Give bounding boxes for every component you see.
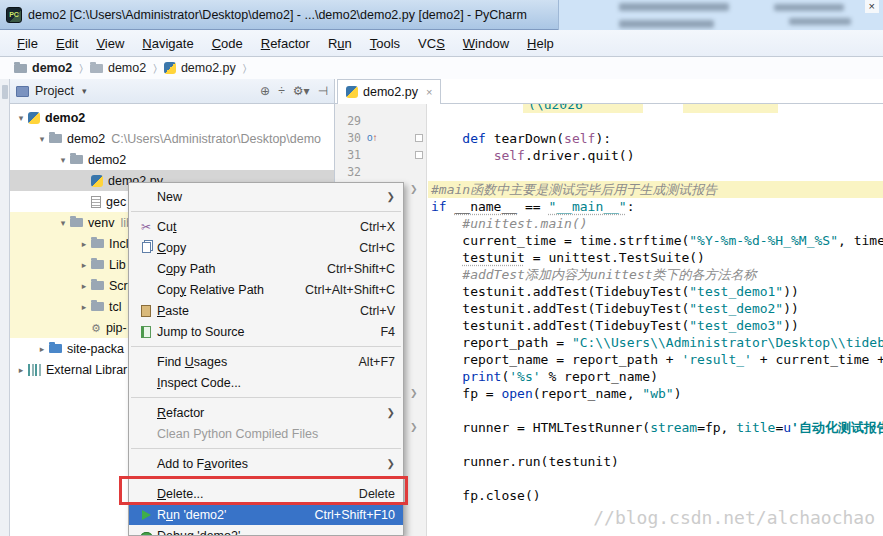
menu-item-jump-to-source[interactable]: Jump to SourceF4: [129, 321, 403, 342]
line-number: 29: [335, 114, 361, 128]
close-icon[interactable]: ×: [865, 0, 879, 13]
tab-close-icon[interactable]: ×: [426, 86, 432, 98]
chevron-right-icon[interactable]: ▸: [35, 344, 49, 354]
menu-separator: [131, 397, 401, 398]
menu-item-shortcut: Ctrl+C: [359, 241, 395, 255]
code-line: [428, 402, 883, 419]
breadcrumb-item-2[interactable]: demo2.py: [164, 61, 236, 75]
chevron-right-icon[interactable]: ▸: [14, 365, 28, 375]
menubar-item-view[interactable]: View: [87, 33, 133, 54]
menu-item-shortcut: F4: [380, 325, 395, 339]
tree-item-label: Incl: [109, 237, 128, 251]
menu-item-paste[interactable]: PasteCtrl+V: [129, 300, 403, 321]
code-line: report_name = report_path + 'result_' + …: [428, 351, 883, 368]
copy-icon: [135, 242, 157, 253]
folder-icon: [70, 155, 83, 164]
menu-item-label: Cut: [157, 220, 176, 234]
breadcrumb-item-1[interactable]: demo2: [90, 61, 146, 75]
menu-item-label: Find Usages: [157, 355, 227, 369]
locate-icon[interactable]: ⊕: [260, 84, 270, 98]
menubar-item-window[interactable]: Window: [454, 33, 518, 54]
menu-item-label: Clean Python Compiled Files: [157, 427, 318, 441]
jump-icon: [135, 326, 157, 338]
menu-item-run-demo2-[interactable]: Run 'demo2'Ctrl+Shift+F10: [129, 504, 403, 525]
menu-item-inspect-code-[interactable]: Inspect Code...: [129, 372, 403, 393]
menu-item-shortcut: Ctrl+V: [360, 304, 395, 318]
chevron-right-icon[interactable]: ▸: [77, 239, 91, 249]
tree-item-label: demo2: [45, 111, 85, 125]
menubar-item-edit[interactable]: Edit: [47, 33, 87, 54]
tree-row-demo2[interactable]: ▾demo2: [10, 149, 334, 170]
menu-item-copy-path[interactable]: Copy PathCtrl+Shift+C: [129, 258, 403, 279]
folder-icon: [91, 281, 104, 290]
chevron-right-icon[interactable]: ▸: [77, 281, 91, 291]
code-line: [428, 164, 883, 181]
background-window: ×: [558, 0, 883, 34]
menu-item-shortcut: Delete: [359, 487, 395, 501]
tool-window-button[interactable]: [2, 85, 8, 99]
fold-arrow-icon[interactable]: ❯: [410, 422, 418, 432]
menu-item-copy[interactable]: CopyCtrl+C: [129, 237, 403, 258]
hide-panel-icon[interactable]: ⊣: [318, 84, 328, 98]
code-line: [428, 113, 883, 130]
tab-demo2-py[interactable]: demo2.py ×: [337, 79, 441, 104]
menu-item-find-usages[interactable]: Find UsagesAlt+F7: [129, 351, 403, 372]
code-line: def tearDown(self):: [428, 130, 883, 147]
menubar-item-vcs[interactable]: VCS: [409, 33, 454, 54]
code-line: runner.run(testunit): [428, 453, 883, 470]
menu-item-label: Refactor: [157, 406, 204, 420]
chevron-down-icon[interactable]: ▾: [35, 134, 49, 144]
chevron-down-icon[interactable]: ▾: [14, 113, 28, 123]
menu-item-add-to-favorites[interactable]: Add to Favorites❯: [129, 453, 403, 474]
menubar-item-navigate[interactable]: Navigate: [133, 33, 202, 54]
tree-row-demo2[interactable]: ▾demo2C:\Users\Administrator\Desktop\dem…: [10, 128, 334, 149]
editor-body[interactable]: 29303132o↑❯❯❯ (\u2026 def tearDown(self)…: [335, 104, 883, 536]
chevron-right-icon: 〉: [153, 62, 157, 75]
fold-arrow-icon[interactable]: ❯: [410, 184, 418, 194]
code-line: if __name__ == "__main__":: [428, 198, 883, 215]
fold-arrow-icon[interactable]: ❯: [410, 388, 418, 398]
tree-row-demo2[interactable]: ▾demo2: [10, 107, 334, 128]
chevron-down-icon[interactable]: ▾: [56, 155, 70, 165]
fold-marker-icon[interactable]: [415, 134, 423, 142]
collapse-all-icon[interactable]: ÷: [278, 84, 285, 98]
fold-marker-icon[interactable]: [415, 151, 423, 159]
menu-item-delete-[interactable]: Delete...Delete: [129, 483, 403, 504]
chevron-right-icon[interactable]: ▸: [77, 260, 91, 270]
menu-separator: [131, 478, 401, 479]
menubar-item-tools[interactable]: Tools: [361, 33, 409, 54]
menubar-item-help[interactable]: Help: [518, 33, 563, 54]
code-line: fp.close(): [428, 487, 883, 504]
chevron-right-icon: 〉: [243, 62, 247, 75]
gear-icon[interactable]: ⚙▾: [293, 84, 310, 98]
menu-item-cut[interactable]: ✂CutCtrl+X: [129, 216, 403, 237]
submenu-arrow-icon: ❯: [387, 458, 395, 469]
menu-separator: [131, 211, 401, 212]
menubar-item-code[interactable]: Code: [203, 33, 252, 54]
menubar-item-file[interactable]: File: [8, 33, 47, 54]
code-line: testunit.addTest(TidebuyTest("test_demo1…: [428, 283, 883, 300]
menubar-item-run[interactable]: Run: [319, 33, 361, 54]
menu-item-refactor[interactable]: Refactor❯: [129, 402, 403, 423]
code-line: #unittest.main(): [428, 215, 883, 232]
chevron-down-icon[interactable]: ▾: [56, 218, 70, 228]
chevron-down-icon[interactable]: ▾: [82, 86, 87, 96]
code-line: report_path = "C:\\Users\\Administrator\…: [428, 334, 883, 351]
bug-glyph: [141, 532, 152, 536]
override-marker-icon[interactable]: o↑: [367, 132, 378, 143]
menu-item-copy-relative-path[interactable]: Copy Relative PathCtrl+Alt+Shift+C: [129, 279, 403, 300]
code-line: print('%s' % report_name): [428, 368, 883, 385]
menubar-item-refactor[interactable]: Refactor: [252, 33, 319, 54]
menu-separator: [131, 448, 401, 449]
menu-item-new[interactable]: New❯: [129, 186, 403, 207]
chevron-right-icon[interactable]: ▸: [77, 302, 91, 312]
project-panel-header: Project ▾ ⊕÷⚙▾⊣: [10, 79, 334, 104]
tree-item-label: demo2: [67, 132, 105, 146]
breadcrumb-item-0[interactable]: demo2: [14, 61, 72, 75]
python-file-icon: [346, 86, 358, 98]
folder-icon: [91, 260, 104, 269]
code-line: testunit = unittest.TestSuite(): [428, 249, 883, 266]
code-area[interactable]: def tearDown(self): self.driver.quit()#m…: [428, 104, 883, 536]
menu-item-debug-demo2-[interactable]: Debug 'demo2': [129, 525, 403, 536]
python-file-icon: [91, 175, 103, 187]
